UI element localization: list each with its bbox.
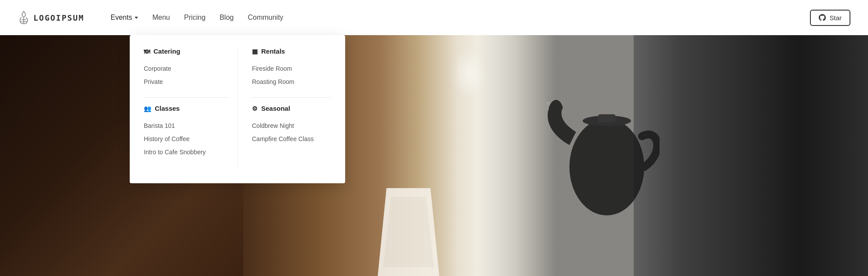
svg-point-4 [547, 101, 549, 105]
community-nav-link[interactable]: Community [248, 14, 283, 22]
rentals-section: ▦ Rentals Fireside Room Roasting Room [252, 47, 331, 88]
rentals-icon: ▦ [252, 48, 258, 55]
chevron-down-icon [135, 17, 138, 19]
nav-links: Events Menu Pricing Blog Community [111, 14, 793, 22]
dropdown-left-column: 🍽 Catering Corporate Private 👥 Classes B… [144, 47, 237, 167]
svg-point-5 [547, 108, 549, 110]
catering-section: 🍽 Catering Corporate Private [144, 47, 229, 88]
catering-divider [144, 97, 229, 98]
classes-title: Classes [155, 105, 180, 112]
barista-101-item[interactable]: Barista 101 [144, 119, 229, 132]
classes-section: 👥 Classes Barista 101 History of Coffee … [144, 105, 229, 159]
svg-rect-7 [598, 114, 616, 122]
rentals-divider [252, 97, 331, 98]
steam-effect [451, 47, 486, 100]
github-icon [819, 14, 826, 21]
events-dropdown: 🍽 Catering Corporate Private 👥 Classes B… [130, 35, 345, 183]
star-label: Star [829, 14, 842, 22]
catering-icon: 🍽 [144, 48, 150, 55]
coldbrew-night-item[interactable]: Coldbrew Night [252, 119, 331, 132]
logo-text: LOGOIPSUM [33, 13, 84, 22]
fireside-room-item[interactable]: Fireside Room [252, 62, 331, 75]
paper-filter [365, 179, 452, 276]
seasonal-header: ⚙ Seasonal [252, 105, 331, 112]
logo: LOGOIPSUM [18, 11, 84, 25]
roasting-room-item[interactable]: Roasting Room [252, 75, 331, 88]
menu-nav-link[interactable]: Menu [152, 14, 170, 22]
navbar: LOGOIPSUM Events Menu Pricing Blog Commu… [0, 0, 868, 35]
seasonal-section: ⚙ Seasonal Coldbrew Night Campfire Coffe… [252, 105, 331, 145]
dropdown-right-column: ▦ Rentals Fireside Room Roasting Room ⚙ … [237, 47, 331, 167]
rentals-header: ▦ Rentals [252, 47, 331, 55]
catering-header: 🍽 Catering [144, 47, 229, 55]
intro-cafe-snobbery-item[interactable]: Intro to Cafe Snobbery [144, 145, 229, 159]
hero-right-dark [634, 35, 868, 276]
seasonal-title: Seasonal [261, 105, 290, 112]
seasonal-icon: ⚙ [252, 105, 258, 112]
corporate-item[interactable]: Corporate [144, 62, 229, 75]
catering-title: Catering [153, 47, 180, 55]
logo-icon [18, 11, 30, 25]
events-nav-item[interactable]: Events [111, 14, 139, 22]
pricing-nav-link[interactable]: Pricing [184, 14, 206, 22]
events-label: Events [111, 14, 132, 22]
history-of-coffee-item[interactable]: History of Coffee [144, 132, 229, 145]
classes-header: 👥 Classes [144, 105, 229, 112]
kettle-silhouette [536, 35, 660, 276]
private-item[interactable]: Private [144, 75, 229, 88]
blog-nav-link[interactable]: Blog [219, 14, 233, 22]
svg-point-3 [569, 119, 644, 215]
star-button[interactable]: Star [810, 10, 850, 26]
campfire-coffee-class-item[interactable]: Campfire Coffee Class [252, 132, 331, 145]
rentals-title: Rentals [261, 47, 285, 55]
classes-icon: 👥 [144, 105, 151, 112]
